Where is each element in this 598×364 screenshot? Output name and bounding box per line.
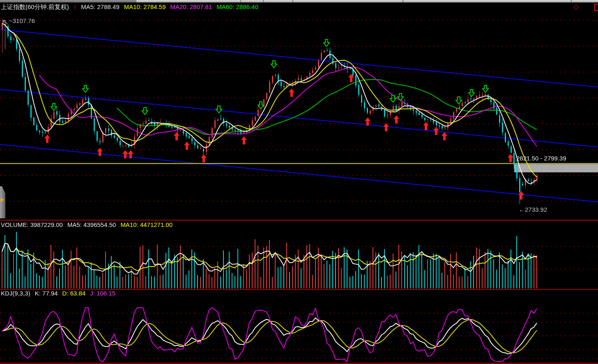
- volume-panel-header: VOLUME: 3987229.00 MA5: 4396554.50 MA10:…: [1, 221, 172, 228]
- volume-ma5-value: MA5: 4396554.50: [67, 221, 116, 228]
- clipped-corner-icon: [594, 4, 598, 11]
- trading-terminal-window: 上证指数(60分钟.前复权) ↑ MA5: 2788.49 MA10: 2784…: [0, 0, 598, 364]
- trend-up-icon: ↑: [74, 3, 77, 10]
- symbol-title[interactable]: 上证指数(60分钟.前复权): [1, 3, 69, 10]
- toolbar-divider: [240, 0, 241, 2]
- toolbar-divider: [571, 0, 572, 2]
- toolbar-edge-dark-segment: [0, 0, 136, 2]
- kdj-d-value: D: 63.84: [62, 290, 86, 297]
- window-toolbar-edge: [0, 0, 598, 2]
- main-chart-header: 上证指数(60分钟.前复权) ↑ MA5: 2788.49 MA10: 2784…: [1, 3, 258, 10]
- toolbar-divider: [402, 0, 403, 2]
- diamond-icon[interactable]: ◇: [573, 3, 579, 10]
- ma60-value: MA60: 2886.40: [216, 3, 258, 10]
- kdj-title[interactable]: KDJ(9,3,3): [1, 290, 30, 297]
- high-price-label: ~3107.76: [9, 17, 35, 24]
- kdj-j-value: J: 106.15: [90, 290, 115, 297]
- ma5-value: MA5: 2788.49: [81, 3, 119, 10]
- ma10-value: MA10: 2784.59: [124, 3, 166, 10]
- expand-arrow-icon: [1, 197, 4, 202]
- band-range-label: 2821.50 - 2799.39: [516, 155, 566, 162]
- ma20-value: MA20: 2807.81: [170, 3, 212, 10]
- toolbar-divider: [263, 0, 264, 2]
- kdj-k-value: K: 77.94: [35, 290, 58, 297]
- low-price-label: ←2733.92: [519, 206, 547, 213]
- price-chart-canvas[interactable]: [0, 0, 598, 364]
- kdj-panel-header: KDJ(9,3,3) K: 77.94 D: 63.84 J: 106.15: [1, 290, 115, 297]
- volume-value: VOLUME: 3987229.00: [1, 221, 63, 228]
- volume-ma10-value: MA10: 4471271.00: [120, 221, 172, 228]
- toolbar-divider: [292, 0, 293, 2]
